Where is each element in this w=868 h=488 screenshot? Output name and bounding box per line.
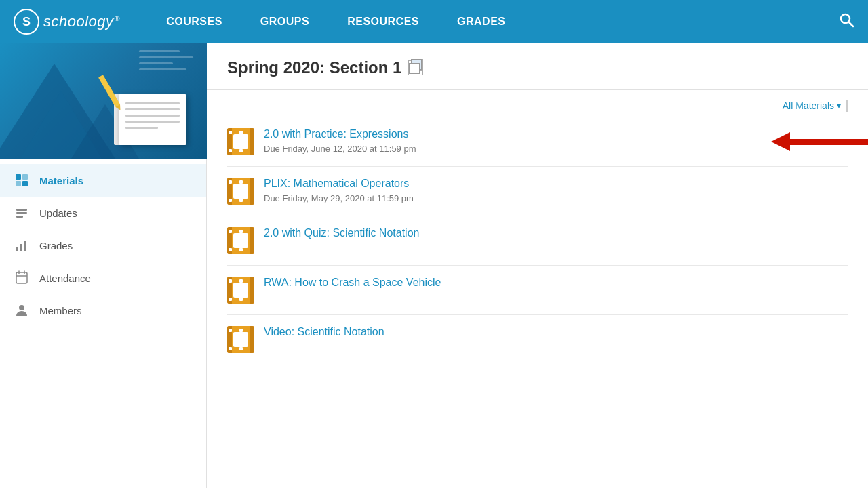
film-strip-icon <box>227 178 254 205</box>
sidebar-item-updates[interactable]: Updates <box>0 197 206 229</box>
material-item: RWA: How to Crash a Space Vehicle <box>227 266 848 315</box>
film-strip-icon <box>227 227 254 254</box>
sidebar-item-label: Attendance <box>39 272 91 284</box>
schoology-logo[interactable]: S schoology® <box>14 9 120 35</box>
page-header: Spring 2020: Section 1 <box>207 43 868 90</box>
nav-links: COURSES GROUPS RESOURCES GRADES <box>147 0 838 43</box>
material-type-icon <box>227 326 254 353</box>
material-title-link[interactable]: RWA: How to Crash a Space Vehicle <box>264 277 848 289</box>
film-strip-icon <box>227 277 254 304</box>
material-due-date: Due Friday, June 12, 2020 at 11:59 pm <box>264 144 416 154</box>
page-title: Spring 2020: Section 1 <box>227 58 401 77</box>
sidebar-item-grades[interactable]: Grades <box>0 229 206 262</box>
film-holes-bottom <box>228 149 254 152</box>
material-title-link[interactable]: PLIX: Mathematical Operators <box>264 178 848 190</box>
svg-rect-8 <box>16 216 23 218</box>
film-strip-icon <box>227 128 254 155</box>
material-item: 2.0 with Quiz: Scientific Notation <box>227 216 848 266</box>
course-hero-image <box>0 43 207 159</box>
material-info: 2.0 with Practice: Expressions Due Frida… <box>264 128 848 155</box>
sidebar-item-attendance[interactable]: Attendance <box>0 262 206 294</box>
sidebar: Materials Updates <box>0 43 207 488</box>
film-holes-bottom <box>228 347 254 350</box>
film-center <box>233 134 248 149</box>
materials-icon <box>14 172 30 188</box>
film-center <box>233 233 248 248</box>
svg-rect-11 <box>24 241 26 251</box>
materials-list: 2.0 with Practice: Expressions Due Frida… <box>207 117 868 364</box>
wave-decoration <box>139 50 193 70</box>
top-navigation: S schoology® COURSES GROUPS RESOURCES GR… <box>0 0 868 43</box>
filter-label: All Materials <box>783 100 834 111</box>
sidebar-item-materials[interactable]: Materials <box>0 164 206 197</box>
toolbar-divider <box>846 100 848 112</box>
material-info: 2.0 with Quiz: Scientific Notation <box>264 227 848 241</box>
material-type-icon <box>227 128 254 155</box>
material-type-icon <box>227 277 254 304</box>
svg-rect-2 <box>16 174 21 180</box>
copy-course-link-icon[interactable] <box>408 60 423 75</box>
sidebar-item-label: Updates <box>39 207 77 219</box>
dropdown-arrow-icon: ▾ <box>837 101 841 110</box>
sidebar-item-label: Members <box>39 305 82 317</box>
svg-point-16 <box>19 305 24 310</box>
film-center <box>233 184 248 199</box>
svg-rect-3 <box>22 174 28 180</box>
svg-rect-9 <box>16 247 18 251</box>
material-item: Video: Scientific Notation <box>227 315 848 364</box>
material-item: PLIX: Mathematical Operators Due Friday,… <box>227 167 848 216</box>
book-lines <box>125 102 180 133</box>
main-content: Spring 2020: Section 1 All Materials ▾ <box>207 43 868 488</box>
search-icon[interactable] <box>838 12 854 32</box>
grades-icon <box>14 237 30 253</box>
film-center <box>233 332 248 347</box>
material-info: RWA: How to Crash a Space Vehicle <box>264 277 848 291</box>
sidebar-item-label: Materials <box>39 175 83 186</box>
material-type-icon <box>227 227 254 254</box>
material-title-link[interactable]: 2.0 with Quiz: Scientific Notation <box>264 227 848 239</box>
svg-rect-4 <box>16 181 21 186</box>
film-center <box>233 283 248 298</box>
logo-circle: S <box>14 9 39 35</box>
materials-toolbar: All Materials ▾ <box>207 90 868 117</box>
material-item: 2.0 with Practice: Expressions Due Frida… <box>227 117 848 167</box>
material-type-icon <box>227 178 254 205</box>
updates-icon <box>14 205 30 221</box>
material-title-link[interactable]: Video: Scientific Notation <box>264 326 848 338</box>
film-holes-bottom <box>228 298 254 301</box>
film-holes-bottom <box>228 199 254 202</box>
sidebar-nav: Materials Updates <box>0 159 206 332</box>
svg-rect-10 <box>20 244 22 251</box>
svg-rect-7 <box>16 212 27 214</box>
material-info: PLIX: Mathematical Operators Due Friday,… <box>264 178 848 204</box>
main-layout: Materials Updates <box>0 43 868 488</box>
material-due-date: Due Friday, May 29, 2020 at 11:59 pm <box>264 193 414 203</box>
members-icon <box>14 302 30 319</box>
book-body <box>119 94 186 145</box>
material-info: Video: Scientific Notation <box>264 326 848 340</box>
svg-rect-6 <box>16 209 27 211</box>
film-holes-bottom <box>228 248 254 251</box>
attendance-icon <box>14 270 30 286</box>
sidebar-item-members[interactable]: Members <box>0 294 206 327</box>
all-materials-filter[interactable]: All Materials ▾ <box>783 100 841 111</box>
material-title-link[interactable]: 2.0 with Practice: Expressions <box>264 128 848 140</box>
svg-rect-5 <box>22 181 28 186</box>
nav-resources[interactable]: RESOURCES <box>328 0 438 43</box>
film-strip-icon <box>227 326 254 353</box>
nav-grades[interactable]: GRADES <box>438 0 524 43</box>
sidebar-item-label: Grades <box>39 240 73 251</box>
nav-groups[interactable]: GROUPS <box>241 0 328 43</box>
hero-book <box>112 87 186 145</box>
nav-courses[interactable]: COURSES <box>147 0 241 43</box>
logo-text: schoology® <box>43 13 120 30</box>
svg-line-1 <box>849 22 854 27</box>
svg-rect-12 <box>16 272 27 283</box>
